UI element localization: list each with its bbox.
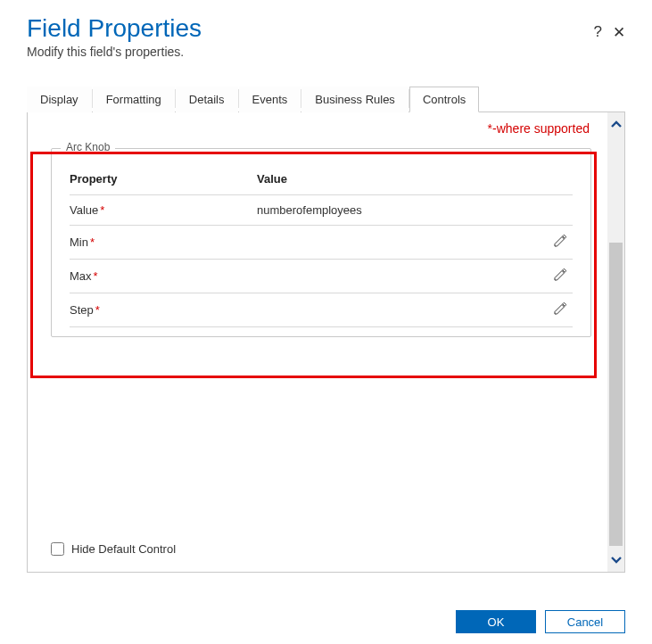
dialog-subtitle: Modify this field's properties. [27, 45, 625, 59]
pencil-icon[interactable] [553, 301, 567, 316]
scrollbar[interactable] [607, 112, 624, 572]
pencil-icon[interactable] [553, 234, 567, 248]
table-row: Step* [70, 293, 573, 327]
col-header-value: Value [257, 165, 546, 195]
tab-display[interactable]: Display [27, 87, 92, 112]
dialog-title: Field Properties [27, 14, 625, 43]
table-row: Max* [70, 260, 573, 293]
prop-label: Max [70, 269, 92, 283]
help-icon[interactable]: ? [594, 23, 602, 42]
hide-default-label: Hide Default Control [71, 542, 176, 556]
arc-knob-fieldset: Arc Knob Property Value Value* numberofe… [51, 148, 591, 337]
property-table: Property Value Value* numberofemployees … [70, 165, 573, 327]
required-marker: * [95, 303, 100, 317]
prop-value [257, 293, 546, 327]
tab-details[interactable]: Details [176, 87, 238, 112]
col-header-property: Property [70, 165, 257, 195]
scroll-down-icon[interactable] [607, 547, 624, 572]
where-supported-note: *-where supported [38, 112, 597, 141]
required-marker: * [100, 203, 104, 217]
required-marker: * [94, 269, 98, 283]
ok-button[interactable]: OK [456, 610, 536, 633]
prop-label: Value [70, 203, 98, 217]
prop-label: Min [70, 235, 88, 249]
tab-events[interactable]: Events [239, 87, 301, 112]
cancel-button[interactable]: Cancel [545, 610, 625, 633]
hide-default-control[interactable]: Hide Default Control [51, 542, 176, 556]
tabs: Display Formatting Details Events Busine… [27, 86, 625, 112]
scroll-thumb[interactable] [609, 243, 623, 546]
tab-business-rules[interactable]: Business Rules [301, 87, 409, 112]
prop-label: Step [70, 303, 94, 317]
close-icon[interactable]: ✕ [613, 23, 625, 42]
tab-controls[interactable]: Controls [409, 87, 479, 112]
scroll-up-icon[interactable] [607, 112, 624, 137]
prop-value [257, 260, 546, 293]
hide-default-checkbox[interactable] [51, 542, 64, 556]
tab-panel: *-where supported Arc Knob Property Valu… [27, 112, 625, 573]
dialog-footer: OK Cancel [456, 610, 625, 633]
table-row: Value* numberofemployees [70, 195, 573, 226]
required-marker: * [90, 235, 95, 249]
prop-value [257, 226, 546, 260]
prop-value: numberofemployees [257, 195, 546, 226]
table-row: Min* [70, 226, 573, 260]
tab-formatting[interactable]: Formatting [93, 87, 175, 112]
fieldset-legend: Arc Knob [61, 141, 115, 153]
pencil-icon[interactable] [553, 268, 567, 282]
